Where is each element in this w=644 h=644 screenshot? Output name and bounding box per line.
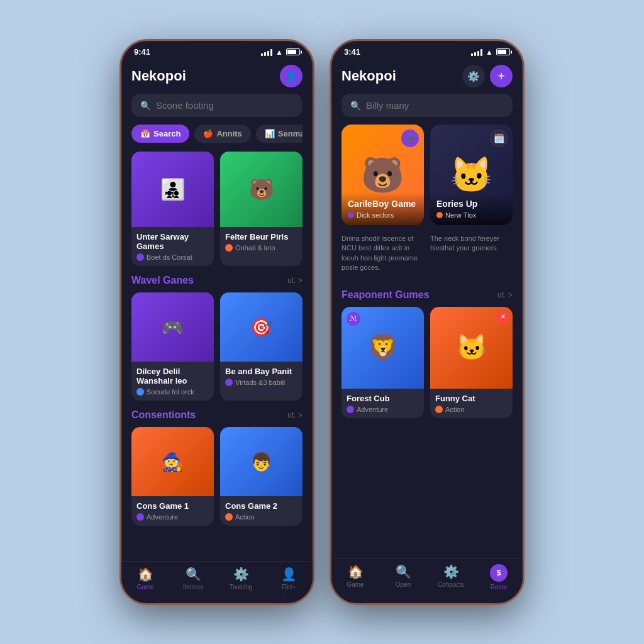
featured-sub-2: Nerw Tlox [436,211,506,219]
app-content-1[interactable]: Nekopoi 👤 🔍 Scone footing 📅 Search 🍎 [121,60,313,561]
featured-badge-2: 🗓️ [490,130,508,147]
fea-card-1[interactable]: 🦁 ℳ Forest Cub Adventure [341,307,424,418]
dot-2 [225,244,233,252]
tab-search[interactable]: 📅 Search [131,125,189,143]
nav-iimmes-1[interactable]: 🔍 Iimmes [169,567,217,591]
cons-img-2: 👦 [220,427,303,496]
wavel-sub-2: Virtads &3 babiil [225,379,297,386]
app-header-2: Nekopoi ⚙️ + [341,60,513,94]
fea-body-1: Forest Cub Adventure [341,389,424,418]
fea-close-badge[interactable]: ✕ [496,311,509,323]
status-right-2: ▲ [471,48,510,57]
fea-title-1: Forest Cub [347,394,419,403]
search-placeholder-1: Scone footing [156,100,214,111]
nav-tool-icon-1: ⚙️ [233,567,249,582]
wavel-card-body-2: Be and Bay Panit Virtads &3 babiil [220,362,303,391]
featured-content-1: CarileBoy Game Dick seclors [341,192,424,225]
game-card-1[interactable]: 👨‍👧‍👦 Unter Sarway Games Boet ds Corsat [131,152,214,266]
phone-1-inner: 9:41 ▲ [121,41,313,603]
search-icon-2: 🔍 [350,101,361,111]
app-content-2[interactable]: Nekopoi ⚙️ + 🔍 Billy many 🐻 [331,60,523,558]
featured-desc-1: Dnina shodlr iscence of NCU best ditlex … [341,234,424,273]
time-1: 9:41 [134,47,150,57]
nav-iimmes-label-1: Iimmes [183,584,203,591]
fea-card-2[interactable]: 🐱 ✕ Funny Cat Action [430,307,513,418]
wavel-title-1: Dilcey Delil Wanshalr leo [136,367,209,386]
bar4b [480,49,482,56]
featured-dot-2 [436,212,443,218]
game-card-2[interactable]: 🐻 Felter Beur Pirls Onhati & leto [220,152,303,266]
nav-game-label-2: Game [347,581,364,588]
tab-annits[interactable]: 🍎 Annits [194,125,250,143]
bar4 [270,49,272,56]
tab-search-icon: 📅 [140,129,150,138]
tab-search-label: Search [153,129,180,138]
featured-card-2[interactable]: 🐱 🗓️ Eories Up Nerw Tlox [430,125,513,225]
cons-title-1: Cons Game 1 [136,501,209,511]
profile-icon-1[interactable]: 👤 [280,65,303,87]
wavel-title-2: Be and Bay Panit [225,367,297,376]
bottom-nav-2: 🏠 Game 🔍 Open ⚙️ Cohpocts $ Rome [331,558,523,603]
cons-card-2[interactable]: 👦 Cons Game 2 Action [220,427,303,526]
nav-rome-2[interactable]: $ Rome [475,564,523,591]
nav-rome-label-2: Rome [491,584,508,591]
signal-2 [471,48,482,56]
dot-1 [136,253,144,261]
game-card-body-2: Felter Beur Pirls Onhati & leto [220,227,303,257]
wavel-dot-1 [136,388,144,396]
featured-card-1[interactable]: 🐻 ➕ CarileBoy Game Dick seclors [341,125,424,225]
bottom-nav-1: 🏠 Game 🔍 Iimmes ⚙️ Toolcing 👤 Flirt+ [121,561,313,603]
wavel-dot-2 [225,379,233,386]
phone-2-inner: 3:41 ▲ [331,41,523,603]
game-card-title-2: Felter Beur Pirls [225,232,297,242]
fea-title-2: Funny Cat [435,394,508,403]
nav-toolcing-1[interactable]: ⚙️ Toolcing [217,567,265,591]
tab-senmart-label: Senmart [278,129,303,138]
fea-dot-2 [435,406,443,413]
wavel-games-grid: 🎮 Dilcey Delil Wanshalr leo Socude fol o… [131,292,303,401]
time-2: 3:41 [344,47,360,57]
fea-games-grid: 🦁 ℳ Forest Cub Adventure 🐱 ✕ [341,307,513,418]
section-cons-more[interactable]: ut. > [287,411,303,419]
nav-game-2[interactable]: 🏠 Game [331,564,379,591]
top-games-grid: 👨‍👧‍👦 Unter Sarway Games Boet ds Corsat … [131,152,303,266]
section-fea-more[interactable]: ut. > [497,291,513,299]
bar1 [261,53,263,56]
battery-2 [496,48,510,55]
tab-annits-label: Annits [216,129,242,138]
nav-game-icon-1: 🏠 [138,567,153,582]
cons-dot-1 [136,513,144,521]
search-bar-2[interactable]: 🔍 Billy many [341,94,513,117]
tab-senmart[interactable]: 📊 Senmart [256,125,303,143]
wavel-sub-1: Socude fol orck [136,388,209,396]
nav-cohpocts-2[interactable]: ⚙️ Cohpocts [427,564,475,591]
featured-content-2: Eories Up Nerw Tlox [430,192,513,225]
game-card-sub-1: Boet ds Corsat [136,253,209,261]
section-wavel-more[interactable]: ut. > [287,276,303,285]
nav-game-1[interactable]: 🏠 Game [121,567,169,591]
bar1b [471,53,473,56]
settings-icon-2[interactable]: ⚙️ [462,65,485,87]
nav-coh-label-2: Cohpocts [438,581,464,588]
wifi-icon-2: ▲ [486,48,493,57]
bar2 [264,52,266,56]
nav-open-2[interactable]: 🔍 Open [379,564,427,591]
cons-games-grid: 🧙 Cons Game 1 Adventure 👦 Cons Gam [131,427,303,526]
section-cons-title: Consentionts [131,409,196,421]
nav-flirt-1[interactable]: 👤 Flirt+ [265,567,313,591]
cons-img-1: 🧙 [131,427,214,496]
header-icons-2: ⚙️ + [462,65,513,87]
phone-2: 3:41 ▲ [330,39,525,605]
wavel-card-1[interactable]: 🎮 Dilcey Delil Wanshalr leo Socude fol o… [131,292,214,401]
cons-card-1[interactable]: 🧙 Cons Game 1 Adventure [131,427,214,526]
battery-fill-2 [497,50,506,54]
wavel-card-2[interactable]: 🎯 Be and Bay Panit Virtads &3 babiil [220,292,303,401]
fea-sub-2: Action [435,406,508,413]
search-bar-1[interactable]: 🔍 Scone footing [131,94,303,117]
add-button-2[interactable]: + [490,65,513,87]
nav-rome-avatar: $ [490,564,508,582]
featured-badge-1: ➕ [401,130,419,147]
section-wavel-title: Wavel Ganes [131,275,194,286]
section-cons-header: Consentionts ut. > [131,409,303,421]
cons-sub-2: Action [225,513,297,521]
